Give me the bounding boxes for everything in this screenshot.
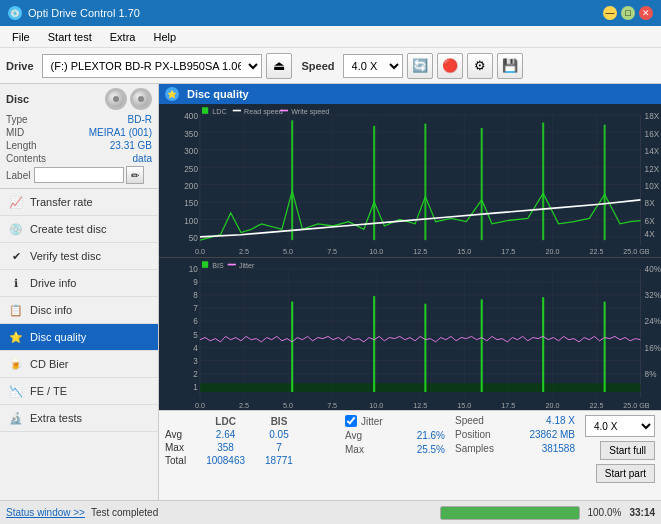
svg-text:200: 200 <box>184 181 198 191</box>
minimize-button[interactable]: — <box>603 6 617 20</box>
max-row: Max 358 7 <box>165 441 303 454</box>
svg-text:0.0: 0.0 <box>195 247 205 256</box>
save-button[interactable]: 💾 <box>497 53 523 79</box>
menu-extra[interactable]: Extra <box>102 29 144 45</box>
nav-cd-bier[interactable]: 🍺 CD Bier <box>0 351 158 378</box>
chart-header: ⭐ Disc quality <box>159 84 661 104</box>
speed-dropdown[interactable]: 4.0 X Max 8.0 X <box>585 415 655 437</box>
top-chart-svg: 400 350 300 250 200 150 100 50 18X 16X 1… <box>159 104 661 257</box>
menu-bar: File Start test Extra Help <box>0 26 661 48</box>
nav-drive-info[interactable]: ℹ Drive info <box>0 270 158 297</box>
disc-info-icon: 📋 <box>8 302 24 318</box>
svg-text:15.0: 15.0 <box>457 247 471 256</box>
close-button[interactable]: ✕ <box>639 6 653 20</box>
svg-text:10.0: 10.0 <box>369 401 383 410</box>
settings-button[interactable]: ⚙ <box>467 53 493 79</box>
status-bar: Status window >> Test completed 100.0% 3… <box>0 500 661 524</box>
svg-text:12X: 12X <box>645 163 660 173</box>
mid-value: MEIRA1 (001) <box>89 127 152 138</box>
nav-disc-quality[interactable]: ⭐ Disc quality <box>0 324 158 351</box>
speed-select[interactable]: 4.0 X Max 8.0 X <box>343 54 403 78</box>
avg-bis: 0.05 <box>255 428 303 441</box>
svg-text:6: 6 <box>193 316 198 326</box>
label-input[interactable] <box>34 167 124 183</box>
progress-percent: 100.0% <box>588 507 622 518</box>
disc-panel: Disc Type BD-R MID MEIRA1 (001) <box>0 84 158 189</box>
nav-extra-tests[interactable]: 🔬 Extra tests <box>0 405 158 432</box>
svg-text:22.5: 22.5 <box>589 247 603 256</box>
svg-text:6X: 6X <box>645 216 655 226</box>
svg-text:Jitter: Jitter <box>239 260 255 269</box>
svg-text:50: 50 <box>189 233 198 243</box>
menu-file[interactable]: File <box>4 29 38 45</box>
svg-rect-114 <box>202 261 208 268</box>
start-part-button[interactable]: Start part <box>596 464 655 483</box>
status-window-button[interactable]: Status window >> <box>6 507 85 518</box>
nav-fe-te[interactable]: 📉 FE / TE <box>0 378 158 405</box>
start-full-button[interactable]: Start full <box>600 441 655 460</box>
svg-text:9: 9 <box>193 276 198 286</box>
drive-select[interactable]: (F:) PLEXTOR BD-R PX-LB950SA 1.06 <box>42 54 262 78</box>
total-ldc: 1008463 <box>196 454 255 467</box>
nav-disc-info[interactable]: 📋 Disc info <box>0 297 158 324</box>
svg-text:16X: 16X <box>645 128 660 138</box>
app-title: Opti Drive Control 1.70 <box>28 7 140 19</box>
cd-bier-icon: 🍺 <box>8 356 24 372</box>
menu-start-test[interactable]: Start test <box>40 29 100 45</box>
svg-text:7: 7 <box>193 303 198 313</box>
total-label: Total <box>165 454 196 467</box>
max-bis: 7 <box>255 441 303 454</box>
svg-text:4X: 4X <box>645 229 655 239</box>
nav-create-test-disc[interactable]: 💿 Create test disc <box>0 216 158 243</box>
burn-button[interactable]: 🔴 <box>437 53 463 79</box>
chart-bottom: 10 9 8 7 6 5 4 3 2 1 40% 32% 24% 16% 8 <box>159 258 661 411</box>
label-edit-button[interactable]: ✏ <box>126 166 144 184</box>
jitter-max-value: 25.5% <box>417 444 445 455</box>
svg-text:Read speed: Read speed <box>244 107 283 116</box>
refresh-button[interactable]: 🔄 <box>407 53 433 79</box>
drive-info-icon: ℹ <box>8 275 24 291</box>
contents-key: Contents <box>6 153 46 164</box>
disc-section-label: Disc <box>6 93 29 105</box>
samples-label: Samples <box>455 443 494 454</box>
svg-rect-53 <box>202 107 208 114</box>
jitter-max-label: Max <box>345 444 364 455</box>
eject-button[interactable]: ⏏ <box>266 53 292 79</box>
jitter-max-row: Max 25.5% <box>345 444 445 455</box>
stats-table-container: LDC BIS Avg 2.64 0.05 Max 358 <box>165 415 335 467</box>
svg-text:300: 300 <box>184 146 198 156</box>
content-area: ⭐ Disc quality <box>159 84 661 500</box>
speed-label: Speed <box>302 60 335 72</box>
samples-row: Samples 381588 <box>455 443 575 454</box>
maximize-button[interactable]: □ <box>621 6 635 20</box>
nav-items: 📈 Transfer rate 💿 Create test disc ✔ Ver… <box>0 189 158 500</box>
svg-text:Write speed: Write speed <box>291 107 329 116</box>
svg-text:2.5: 2.5 <box>239 401 249 410</box>
length-key: Length <box>6 140 37 151</box>
svg-text:16%: 16% <box>645 342 661 352</box>
disc-panel-header: Disc <box>6 88 152 110</box>
svg-text:7.5: 7.5 <box>327 401 337 410</box>
svg-text:7.5: 7.5 <box>327 247 337 256</box>
svg-text:10X: 10X <box>645 181 660 191</box>
nav-transfer-rate[interactable]: 📈 Transfer rate <box>0 189 158 216</box>
jitter-checkbox[interactable] <box>345 415 357 427</box>
position-row: Position 23862 MB <box>455 429 575 440</box>
speed-position-container: Speed 4.18 X Position 23862 MB Samples 3… <box>455 415 575 454</box>
svg-text:1: 1 <box>193 381 198 391</box>
progress-bar-container <box>440 506 580 520</box>
svg-text:4: 4 <box>193 342 198 352</box>
menu-help[interactable]: Help <box>145 29 184 45</box>
svg-text:17.5: 17.5 <box>501 247 515 256</box>
speed-stat-value: 4.18 X <box>546 415 575 426</box>
svg-text:8X: 8X <box>645 198 655 208</box>
length-value: 23.31 GB <box>110 140 152 151</box>
total-bis: 18771 <box>255 454 303 467</box>
nav-verify-test-disc[interactable]: ✔ Verify test disc <box>0 243 158 270</box>
jitter-avg-label: Avg <box>345 430 362 441</box>
svg-text:150: 150 <box>184 198 198 208</box>
svg-rect-81 <box>200 383 641 392</box>
jitter-header-row: Jitter <box>345 415 445 427</box>
extra-tests-icon: 🔬 <box>8 410 24 426</box>
svg-text:0.0: 0.0 <box>195 401 205 410</box>
